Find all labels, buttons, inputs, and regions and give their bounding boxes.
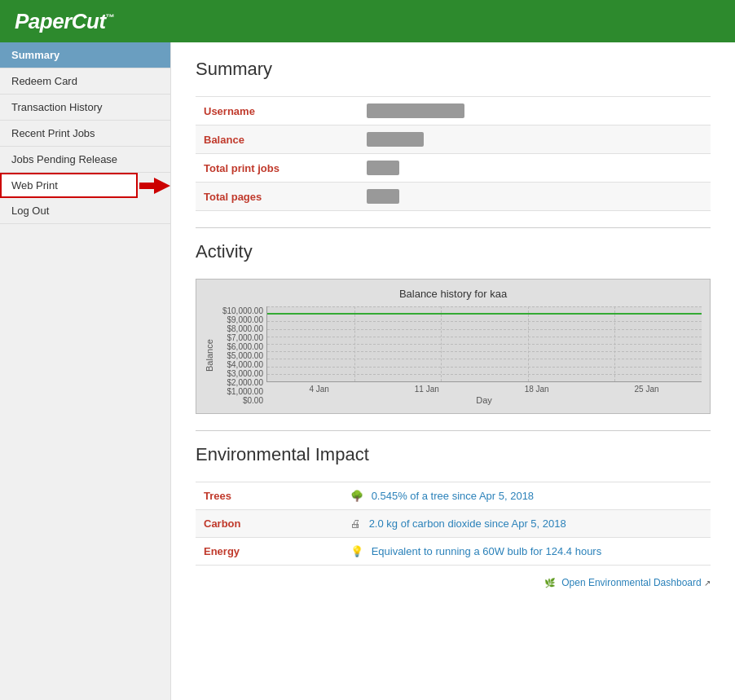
main-content: Summary Username Balance Total print job… bbox=[171, 42, 735, 700]
sidebar-item-transaction-history[interactable]: Transaction History bbox=[0, 95, 170, 121]
grid-line bbox=[267, 367, 702, 368]
logo-tm: ™ bbox=[106, 12, 115, 22]
env-section: Environmental Impact Trees 🌳 0.545% of a… bbox=[196, 444, 711, 588]
field-value-username bbox=[359, 97, 711, 125]
carbon-icon: 🖨 bbox=[350, 517, 361, 530]
sidebar-item-web-print[interactable]: Web Print bbox=[0, 173, 138, 198]
vert-grid-line bbox=[528, 306, 529, 381]
arrow-annotation bbox=[139, 176, 170, 196]
grid-line bbox=[267, 306, 702, 307]
logo-name: PaperCut bbox=[15, 9, 106, 33]
env-value-trees: 🌳 0.545% of a tree since Apr 5, 2018 bbox=[342, 482, 711, 510]
grid-line bbox=[267, 359, 702, 359]
env-value-energy: 💡 Equivalent to running a 60W bulb for 1… bbox=[342, 538, 711, 566]
summary-section: Summary Username Balance Total print job… bbox=[196, 59, 711, 211]
env-label-energy: Energy bbox=[196, 538, 342, 566]
env-energy-value: Equivalent to running a 60W bulb for 124… bbox=[372, 545, 602, 557]
chart-y-axis: $10,000.00 $9,000.00 $8,000.00 $7,000.00… bbox=[218, 306, 266, 405]
field-value-total-print-jobs bbox=[359, 154, 711, 183]
env-label-carbon: Carbon bbox=[196, 510, 342, 538]
env-table: Trees 🌳 0.545% of a tree since Apr 5, 20… bbox=[196, 482, 711, 566]
env-title: Environmental Impact bbox=[196, 444, 711, 472]
table-row: Total pages bbox=[196, 183, 711, 211]
field-label-username: Username bbox=[196, 97, 359, 125]
chart-x-label: Day bbox=[266, 395, 702, 405]
tree-icon: 🌳 bbox=[350, 490, 363, 502]
chart-y-label: Balance bbox=[205, 306, 214, 405]
table-row: Carbon 🖨 2.0 kg of carbon dioxide since … bbox=[196, 510, 711, 538]
grid-line bbox=[267, 374, 702, 375]
sidebar-item-recent-print-jobs[interactable]: Recent Print Jobs bbox=[0, 121, 170, 147]
table-row: Energy 💡 Equivalent to running a 60W bul… bbox=[196, 538, 711, 566]
divider-2 bbox=[196, 430, 711, 431]
vert-grid-line bbox=[614, 306, 615, 381]
external-link-icon: ↗ bbox=[704, 579, 711, 588]
env-carbon-value: 2.0 kg of carbon dioxide since Apr 5, 20… bbox=[369, 517, 566, 530]
field-label-total-pages: Total pages bbox=[196, 183, 359, 211]
table-row: Username bbox=[196, 97, 711, 125]
env-value-carbon: 🖨 2.0 kg of carbon dioxide since Apr 5, … bbox=[342, 510, 711, 538]
dashboard-link-row: 🌿 Open Environmental Dashboard ↗ bbox=[196, 577, 711, 588]
summary-table: Username Balance Total print jobs Total … bbox=[196, 96, 711, 211]
grid-line bbox=[267, 351, 702, 352]
header: PaperCut™ bbox=[0, 0, 735, 42]
balance-data-line bbox=[267, 313, 702, 315]
sidebar-item-redeem-card[interactable]: Redeem Card bbox=[0, 68, 170, 95]
chart-container: Balance history for kaa Balance $10,000.… bbox=[196, 279, 711, 414]
red-arrow-icon bbox=[139, 176, 170, 196]
field-value-balance bbox=[359, 125, 711, 154]
leaf-icon: 🌿 bbox=[544, 578, 556, 588]
field-label-total-print-jobs: Total print jobs bbox=[196, 154, 359, 183]
vert-grid-line bbox=[441, 306, 442, 381]
field-label-balance: Balance bbox=[196, 125, 359, 154]
env-label-trees: Trees bbox=[196, 482, 342, 510]
energy-icon: 💡 bbox=[350, 545, 363, 557]
chart-x-axis: 4 Jan 11 Jan 18 Jan 25 Jan bbox=[266, 385, 702, 394]
grid-line bbox=[267, 337, 702, 337]
table-row: Total print jobs bbox=[196, 154, 711, 183]
svg-marker-0 bbox=[139, 178, 170, 194]
open-env-dashboard-link[interactable]: Open Environmental Dashboard bbox=[561, 577, 701, 588]
env-trees-value: 0.545% of a tree since Apr 5, 2018 bbox=[372, 490, 534, 502]
grid-line bbox=[267, 321, 702, 322]
grid-line bbox=[267, 344, 702, 345]
grid-line bbox=[267, 329, 702, 330]
activity-title: Activity bbox=[196, 241, 711, 269]
table-row: Balance bbox=[196, 125, 711, 154]
sidebar-item-summary[interactable]: Summary bbox=[0, 42, 170, 68]
sidebar-item-jobs-pending-release[interactable]: Jobs Pending Release bbox=[0, 147, 170, 173]
sidebar-item-log-out[interactable]: Log Out bbox=[0, 198, 170, 224]
divider bbox=[196, 227, 711, 228]
field-value-total-pages bbox=[359, 183, 711, 211]
sidebar: Summary Redeem Card Transaction History … bbox=[0, 42, 171, 700]
layout: Summary Redeem Card Transaction History … bbox=[0, 42, 735, 700]
chart-title: Balance history for kaa bbox=[205, 288, 702, 300]
activity-section: Activity Balance history for kaa Balance… bbox=[196, 241, 711, 414]
table-row: Trees 🌳 0.545% of a tree since Apr 5, 20… bbox=[196, 482, 711, 510]
vert-grid-line bbox=[354, 306, 355, 381]
logo: PaperCut™ bbox=[15, 9, 114, 34]
chart-plot-area bbox=[266, 306, 702, 382]
summary-title: Summary bbox=[196, 59, 711, 86]
